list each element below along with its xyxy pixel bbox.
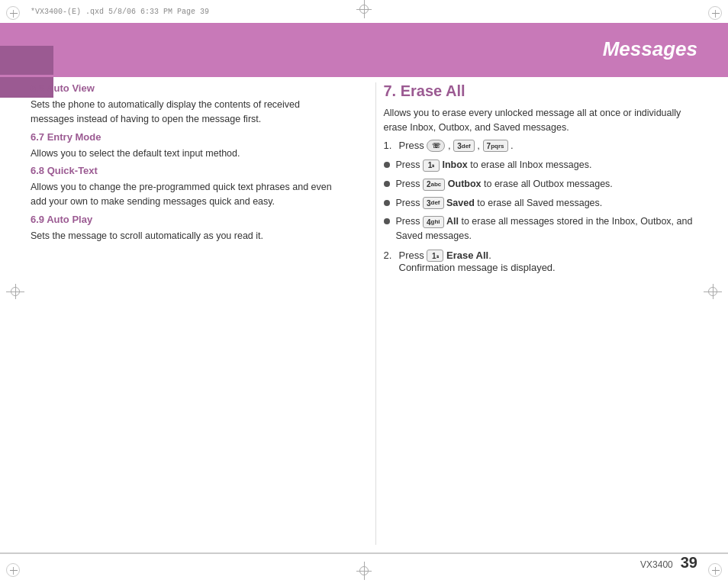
bullet-dot-inbox bbox=[384, 162, 390, 168]
section-6-6-heading: 6.6 Auto View bbox=[31, 82, 345, 94]
step-2-label: 2. bbox=[384, 250, 395, 261]
reg-mark-top-right bbox=[708, 6, 722, 20]
section-7-heading: 7. Erase All bbox=[384, 82, 698, 100]
bullet-item-all: Press 4ghi All to erase all messages sto… bbox=[384, 214, 698, 243]
step-2-text: Press 1₂ Erase All. Confirmation message… bbox=[399, 250, 698, 274]
reg-mark-bottom-left bbox=[6, 563, 20, 577]
header-title: Messages bbox=[603, 23, 728, 75]
section-6-8: 6.8 Quick-Text Allows you to change the … bbox=[31, 165, 345, 209]
step-1: 1. Press ☏ , 3def , 7pqrs . bbox=[384, 140, 698, 153]
bullet-text-saved: Press 3def Saved to erase all Saved mess… bbox=[396, 196, 698, 211]
step-2-confirm: Confirmation message is displayed. bbox=[399, 262, 556, 273]
left-crosshair bbox=[6, 284, 24, 299]
reg-mark-bottom-right bbox=[708, 563, 722, 577]
bullet-list: Press 1₂ Inbox to erase all Inbox messag… bbox=[384, 158, 698, 243]
section-6-6: 6.6 Auto View Sets the phone to automati… bbox=[31, 82, 345, 127]
key-2-outbox: 2abc bbox=[423, 179, 445, 191]
section-6-9-text: Sets the message to scroll automatically… bbox=[31, 229, 345, 243]
header-rule bbox=[0, 75, 728, 77]
section-7-intro: Allows you to erase every unlocked messa… bbox=[384, 106, 698, 135]
step-2: 2. Press 1₂ Erase All. Confirmation mess… bbox=[384, 250, 698, 274]
section-6-8-heading: 6.8 Quick-Text bbox=[31, 165, 345, 176]
left-column: 6.6 Auto View Sets the phone to automati… bbox=[31, 82, 353, 545]
page-number: 39 bbox=[681, 554, 697, 571]
bullet-item-inbox: Press 1₂ Inbox to erase all Inbox messag… bbox=[384, 158, 698, 172]
key-4-all: 4ghi bbox=[423, 216, 444, 228]
key-3-saved: 3def bbox=[423, 197, 444, 209]
bullet-text-inbox: Press 1₂ Inbox to erase all Inbox messag… bbox=[396, 158, 698, 172]
bullet-dot-all bbox=[384, 218, 390, 224]
bullet-dot-saved bbox=[384, 200, 390, 206]
section-6-9-heading: 6.9 Auto Play bbox=[31, 214, 345, 225]
top-crosshair bbox=[356, 0, 372, 18]
page-title: Messages bbox=[603, 37, 697, 61]
section-6-7-text: Allows you to select the default text in… bbox=[31, 147, 345, 161]
section-6-9: 6.9 Auto Play Sets the message to scroll… bbox=[31, 214, 345, 243]
right-crosshair bbox=[704, 284, 722, 299]
section-6-8-text: Allows you to change the pre-programmed … bbox=[31, 180, 345, 209]
step-1-text: Press ☏ , 3def , 7pqrs . bbox=[399, 140, 698, 153]
bullet-dot-outbox bbox=[384, 181, 390, 187]
reg-mark-top-left bbox=[6, 6, 20, 20]
key-1-erase-all: 1₂ bbox=[427, 250, 443, 262]
file-info: *VX3400-(E) .qxd 5/8/06 6:33 PM Page 39 bbox=[31, 8, 209, 16]
page-wrapper: *VX3400-(E) .qxd 5/8/06 6:33 PM Page 39 … bbox=[0, 0, 728, 583]
step-1-label: 1. bbox=[384, 140, 395, 151]
section-6-7: 6.7 Entry Mode Allows you to select the … bbox=[31, 131, 345, 161]
key-1-inbox: 1₂ bbox=[423, 159, 440, 172]
bottom-crosshair bbox=[356, 562, 372, 580]
bullet-text-outbox: Press 2abc Outbox to erase all Outbox me… bbox=[396, 177, 698, 192]
section-6-6-text: Sets the phone to automatically display … bbox=[31, 98, 345, 127]
footer: VX3400 39 bbox=[640, 554, 697, 572]
send-key: ☏ bbox=[427, 140, 445, 152]
bottom-rule bbox=[0, 552, 728, 554]
section-6-7-heading: 6.7 Entry Mode bbox=[31, 131, 345, 143]
key-7pqrs-step1: 7pqrs bbox=[483, 140, 508, 152]
content-area: 6.6 Auto View Sets the phone to automati… bbox=[31, 82, 697, 545]
bullet-item-outbox: Press 2abc Outbox to erase all Outbox me… bbox=[384, 177, 698, 192]
model-name: VX3400 bbox=[640, 559, 673, 570]
bullet-item-saved: Press 3def Saved to erase all Saved mess… bbox=[384, 196, 698, 211]
bullet-text-all: Press 4ghi All to erase all messages sto… bbox=[396, 214, 698, 243]
right-column: 7. Erase All Allows you to erase every u… bbox=[375, 82, 698, 545]
key-3def-step1: 3def bbox=[453, 140, 475, 152]
